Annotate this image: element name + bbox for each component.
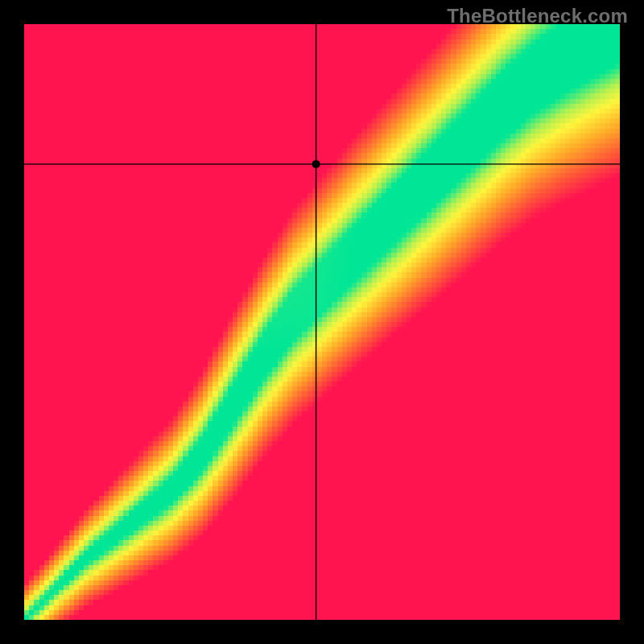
crosshair-overlay: [0, 0, 644, 644]
chart-stage: TheBottleneck.com: [0, 0, 644, 644]
watermark-text: TheBottleneck.com: [447, 5, 628, 27]
